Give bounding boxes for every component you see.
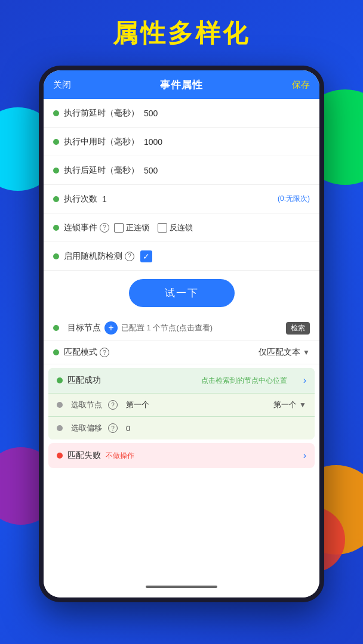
match-success-placeholder: 点击检索到的节点中心位置	[185, 376, 303, 386]
match-success-title: 匹配成功	[67, 375, 185, 386]
exec-count-value[interactable]: 1	[102, 194, 107, 204]
configured-text[interactable]: 已配置 1 个节点(点击查看)	[121, 323, 282, 333]
match-fail-header[interactable]: 匹配失败 不做操作 ›	[48, 443, 315, 468]
green-dot-7	[53, 325, 59, 331]
random-detect-row: 启用随机防检测 ? ✓	[44, 242, 319, 271]
pre-delay-value[interactable]: 500	[144, 109, 158, 118]
chain-event-label: 连锁事件	[64, 222, 97, 233]
reverse-chain-label: 反连锁	[170, 222, 193, 233]
target-node-row: 目标节点 + 已配置 1 个节点(点击查看) 检索	[44, 315, 319, 341]
fail-dot	[57, 453, 63, 459]
device-home-bar	[146, 586, 217, 588]
random-question-icon[interactable]: ?	[125, 252, 134, 261]
reverse-chain-checkbox[interactable]	[158, 223, 167, 233]
page-title: 属性多样化	[0, 17, 363, 50]
match-mode-row: 匹配模式 ? 仅匹配文本 ▼	[44, 341, 319, 364]
green-dot-2	[53, 139, 59, 145]
header-title: 事件属性	[160, 78, 203, 92]
post-delay-value[interactable]: 500	[144, 166, 158, 175]
pick-node-question-icon[interactable]: ?	[108, 400, 118, 410]
match-mode-value-text: 仅匹配文本	[259, 347, 300, 358]
gray-dot-1	[57, 402, 63, 408]
match-fail-title: 匹配失败	[67, 450, 101, 461]
pre-delay-label: 执行前延时（毫秒）	[64, 108, 139, 119]
green-dot-4	[53, 196, 59, 202]
match-success-chevron: ›	[303, 375, 306, 386]
pick-node-dropdown-icon: ▼	[299, 401, 306, 409]
pick-node-value-right: 第一个	[273, 400, 297, 410]
chain-question-icon[interactable]: ?	[100, 223, 109, 233]
exec-count-hint: (0:无限次)	[278, 194, 310, 204]
positive-chain-label: 正连锁	[126, 222, 149, 233]
pick-node-dropdown[interactable]: 第一个 ▼	[273, 400, 306, 410]
match-success-section: 匹配成功 点击检索到的节点中心位置 › 选取节点 ? 第一个 第一个 ▼	[48, 368, 315, 439]
device-frame: 关闭 事件属性 保存 执行前延时（毫秒） 500 执行中用时（毫秒） 1000 …	[39, 66, 324, 602]
header-bar: 关闭 事件属性 保存	[44, 70, 319, 99]
match-success-header[interactable]: 匹配成功 点击检索到的节点中心位置 ›	[48, 368, 315, 393]
green-dot-5	[53, 225, 59, 231]
match-mode-label: 匹配模式	[64, 347, 97, 358]
pick-node-label: 选取节点	[71, 400, 102, 410]
device-screen: 关闭 事件属性 保存 执行前延时（毫秒） 500 执行中用时（毫秒） 1000 …	[44, 70, 319, 597]
pick-offset-label: 选取偏移	[71, 423, 102, 434]
green-dot-6	[53, 253, 59, 259]
exec-count-row: 执行次数 1 (0:无限次)	[44, 185, 319, 213]
post-delay-row: 执行后延时（毫秒） 500	[44, 156, 319, 185]
content-area: 执行前延时（毫秒） 500 执行中用时（毫秒） 1000 执行后延时（毫秒） 5…	[44, 99, 319, 597]
positive-chain-option[interactable]: 正连锁	[114, 222, 149, 233]
post-delay-label: 执行后延时（毫秒）	[64, 165, 139, 176]
green-dot-1	[53, 110, 59, 116]
mid-delay-row: 执行中用时（毫秒） 1000	[44, 128, 319, 156]
mid-delay-label: 执行中用时（毫秒）	[64, 137, 139, 147]
target-node-label: 目标节点	[67, 323, 101, 333]
green-dot-8	[53, 349, 59, 355]
pick-offset-row: 选取偏移 ? 0	[48, 416, 315, 439]
match-fail-chevron: ›	[303, 450, 306, 461]
chain-options: 正连锁 反连锁	[114, 222, 193, 233]
green-dot-3	[53, 168, 59, 174]
pick-node-row: 选取节点 ? 第一个 第一个 ▼	[48, 393, 315, 416]
reverse-chain-option[interactable]: 反连锁	[158, 222, 193, 233]
add-node-button[interactable]: +	[104, 321, 118, 335]
chain-event-row: 连锁事件 ? 正连锁 反连锁	[44, 213, 319, 242]
try-button[interactable]: 试一下	[129, 279, 235, 307]
match-mode-selector[interactable]: 仅匹配文本 ▼	[259, 347, 310, 358]
pre-delay-row: 执行前延时（毫秒） 500	[44, 99, 319, 128]
positive-chain-checkbox[interactable]	[114, 223, 124, 233]
pick-node-value-left: 第一个	[126, 400, 149, 410]
gray-dot-2	[57, 425, 63, 431]
success-dot	[57, 377, 63, 383]
pick-offset-value[interactable]: 0	[126, 424, 130, 433]
random-detect-label: 启用随机防检测	[64, 251, 122, 262]
exec-count-label: 执行次数	[64, 194, 97, 205]
random-detect-checkbox[interactable]: ✓	[140, 250, 152, 262]
close-button[interactable]: 关闭	[53, 79, 71, 91]
match-fail-section: 匹配失败 不做操作 ›	[48, 443, 315, 468]
pick-offset-question-icon[interactable]: ?	[108, 423, 118, 433]
match-mode-question-icon[interactable]: ?	[100, 348, 109, 357]
match-fail-placeholder: 不做操作	[106, 451, 134, 461]
save-button[interactable]: 保存	[292, 79, 310, 91]
mid-delay-value[interactable]: 1000	[144, 137, 162, 147]
search-button[interactable]: 检索	[286, 322, 310, 335]
match-mode-dropdown-icon: ▼	[303, 348, 310, 357]
